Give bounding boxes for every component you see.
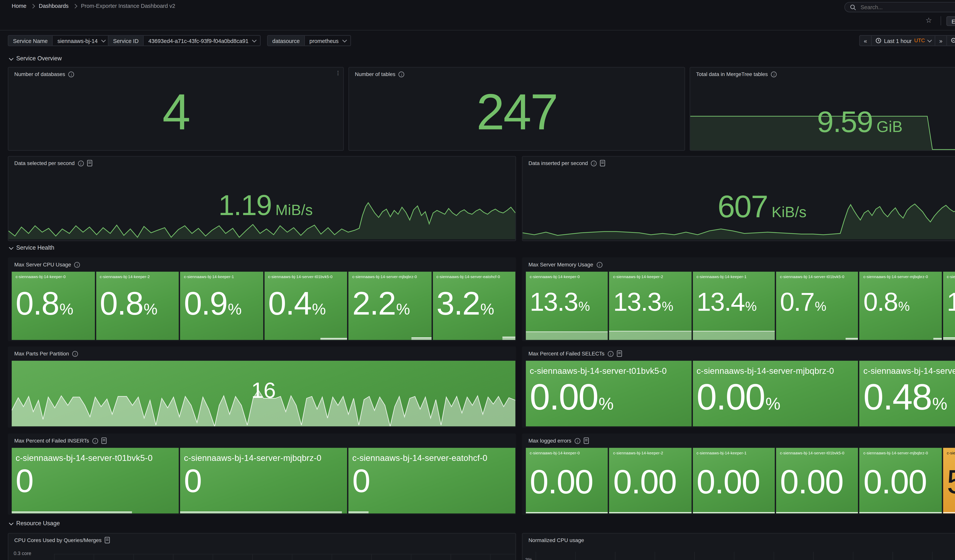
variable-service-id[interactable]: Service ID 43693ed4-a71c-43fc-93f9-f04a0… [108, 35, 261, 46]
stat-tile: c-siennaaws-bj-14-server-eatohcf-0 3.2% [433, 272, 515, 340]
info-icon[interactable]: i [68, 71, 74, 77]
variable-datasource[interactable]: datasource prometheus [267, 35, 351, 46]
tile-label: c-siennaaws-bj-14-server-mjbqbrz-0 [184, 452, 345, 464]
panel-title[interactable]: Max Percent of Failed INSERTs [14, 438, 89, 444]
breadcrumb-separator-icon [30, 4, 35, 8]
tile-label: c-siennaaws-bj-14-keeper-2 [613, 274, 689, 280]
panel-links-icon[interactable] [584, 437, 589, 444]
panel-normalized-cpu: Normalized CPU usage 3% [522, 533, 955, 560]
time-shift-back-button[interactable]: « [860, 36, 871, 45]
failed-selects-tiles: c-siennaaws-bj-14-server-t01bvk5-0 0.00%… [526, 361, 955, 427]
stat-tile: c-siennaaws-bj-14-keeper-1 0.9% [180, 272, 263, 340]
search-bar[interactable]: ⌘+k [844, 2, 955, 12]
tile-sparkline [693, 331, 775, 340]
variable-label: Service ID [108, 36, 143, 45]
info-icon[interactable]: i [72, 351, 78, 357]
tile-sparkline [412, 337, 431, 340]
stat-tile: c-siennaaws-bj-14-server-t01bvk5-0 0 [12, 448, 179, 514]
stat-tile: c-siennaaws-bj-14-server-eatohcf-0 0 [348, 448, 515, 514]
breadcrumb-dashboards[interactable]: Dashboards [39, 3, 69, 9]
stat-tile: c-siennaaws-bj-14-server-t01bvk5-0 0.7% [776, 272, 858, 340]
variable-value-dropdown[interactable]: 43693ed4-a71c-43fc-93f9-f04a0bd8ca91 [143, 36, 260, 45]
zoom-out-icon [951, 38, 955, 44]
search-icon [850, 4, 856, 10]
chart-gridlines [54, 554, 515, 560]
double-arrow-left-icon: « [864, 38, 867, 44]
tile-sparkline [180, 512, 342, 513]
stat-tile: c-siennaaws-bj-14-server-eatohcf-0 1.4% [943, 272, 955, 340]
tile-sparkline [776, 512, 858, 514]
panel-data-selected: Data selected per second i 1.19 MiB/s [8, 156, 516, 241]
stat-tile: c-siennaaws-bj-14-keeper-1 13.4% [693, 272, 775, 340]
search-input[interactable] [859, 3, 955, 11]
variable-value-dropdown[interactable]: siennaaws-bj-14 [52, 36, 110, 45]
panel-links-icon[interactable] [600, 160, 606, 166]
panel-menu-icon[interactable]: ⋮ [335, 71, 341, 76]
time-range-picker[interactable]: Last 1 hour UTC [871, 36, 935, 45]
breadcrumb-home[interactable]: Home [12, 3, 27, 9]
info-icon[interactable]: i [74, 262, 80, 267]
info-icon[interactable]: i [771, 71, 777, 77]
tile-sparkline [348, 512, 368, 513]
tile-sparkline [526, 512, 608, 514]
section-service-health[interactable]: Service Health [9, 244, 55, 251]
panel-title[interactable]: Total data in MergeTree tables [696, 71, 768, 77]
chevron-down-icon [9, 56, 14, 60]
info-icon[interactable]: i [399, 71, 404, 77]
tile-sparkline [502, 337, 515, 340]
info-icon[interactable]: i [78, 160, 84, 166]
panel-title[interactable]: Max Percent of Failed SELECTs [529, 351, 604, 357]
tile-sparkline [526, 332, 608, 340]
panel-title[interactable]: Normalized CPU usage [529, 537, 584, 543]
panel-links-icon[interactable] [102, 437, 106, 444]
stat-tile: c-siennaaws-bj-14-keeper-0 13.3% [526, 272, 608, 340]
section-title: Service Overview [16, 55, 62, 62]
stat-tile: c-siennaaws-bj-14-server-mjbqbrz-0 0 [180, 448, 347, 514]
tile-label: c-siennaaws-bj-14-server-eatohcf-0 [947, 274, 955, 280]
grafana-dashboard: Home Dashboards Prom-Exporter Instance D… [0, 0, 955, 560]
tile-label: c-siennaaws-bj-14-server-eatohcf-0 [437, 274, 514, 280]
tile-sparkline [321, 338, 347, 340]
tile-sparkline [609, 512, 691, 514]
tile-sparkline [933, 338, 942, 340]
time-shift-forward-button[interactable]: » [935, 36, 946, 45]
variable-value: prometheus [309, 38, 339, 44]
panel-failed-inserts: Max Percent of Failed INSERTs i c-sienna… [8, 433, 516, 515]
info-icon[interactable]: i [92, 438, 98, 444]
variable-service-name[interactable]: Service Name siennaaws-bj-14 [8, 35, 110, 46]
panel-links-icon[interactable] [105, 537, 110, 543]
tile-label: c-siennaaws-bj-14-keeper-2 [613, 451, 689, 456]
tile-sparkline [860, 512, 942, 514]
panel-title[interactable]: Data selected per second [14, 160, 75, 166]
info-icon[interactable]: i [596, 262, 603, 267]
tile-label: c-siennaaws-bj-14-server-mjbqbrz-0 [863, 451, 939, 456]
panel-links-icon[interactable] [617, 350, 622, 357]
panel-title[interactable]: Max Server CPU Usage [14, 262, 71, 267]
info-icon[interactable]: i [575, 438, 581, 444]
section-resource-usage[interactable]: Resource Usage [9, 520, 60, 526]
panel-title[interactable]: Number of databases [14, 71, 65, 77]
section-service-overview[interactable]: Service Overview [9, 55, 62, 62]
y-axis-tick: 3% [525, 557, 532, 560]
panel-title[interactable]: Max Server Memory Usage [529, 262, 593, 267]
parts-tiles: 16 [12, 361, 515, 427]
panel-total-data-mergetree: Total data in MergeTree tables i 9.59 Gi… [690, 67, 955, 151]
panel-number-of-tables: Number of tables i 247 [348, 67, 685, 151]
tile-label: c-siennaaws-bj-14-server-mjbqbrz-0 [352, 274, 429, 280]
info-icon[interactable]: i [591, 160, 597, 166]
favorite-star-icon[interactable]: ☆ [925, 17, 932, 24]
panel-title[interactable]: Max logged errors [529, 438, 571, 444]
edit-button[interactable]: Edit [946, 16, 955, 26]
time-zoom-out-button[interactable] [946, 36, 955, 45]
panel-links-icon[interactable] [87, 160, 92, 166]
panel-title[interactable]: Max Parts Per Partition [14, 351, 69, 357]
panel-title[interactable]: Data inserted per second [529, 160, 588, 166]
breadcrumb-current-dashboard: Prom-Exporter Instance Dashboard v2 [81, 3, 175, 9]
panel-title[interactable]: CPU Cores Used by Queries/Merges [14, 537, 102, 543]
stat-value: 247 [349, 78, 684, 146]
panel-title[interactable]: Number of tables [355, 71, 395, 77]
stat-tile-warning: c-siennaaws-bj-14-server-eatohcf-0 5.00 [943, 448, 955, 514]
info-icon[interactable]: i [608, 351, 614, 357]
tile-label: c-siennaaws-bj-14-server-t01bvk5-0 [16, 452, 177, 464]
variable-value-dropdown[interactable]: prometheus [304, 36, 350, 45]
